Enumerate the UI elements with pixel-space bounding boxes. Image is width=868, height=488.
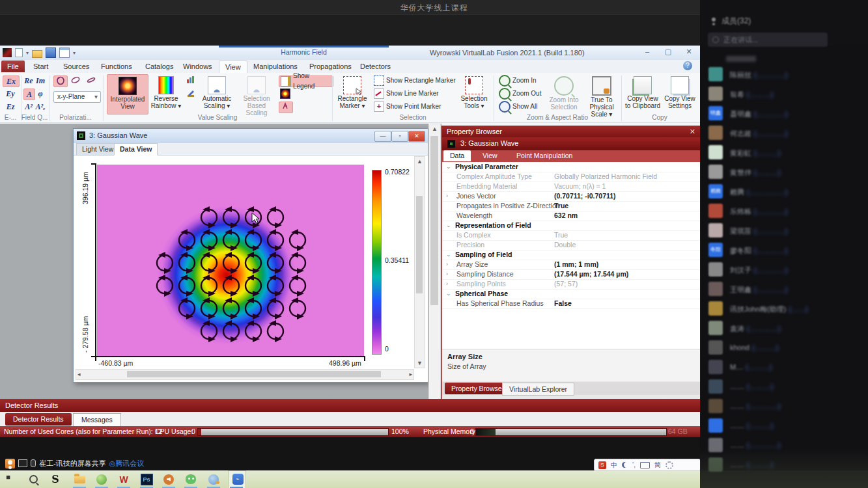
- meeting-link[interactable]: ◎腾讯会议: [109, 459, 145, 468]
- rectangle-marker-button[interactable]: Rectangle Marker ▾: [335, 74, 370, 113]
- show-all-button[interactable]: Show All: [497, 102, 546, 112]
- new-document-icon[interactable]: [15, 48, 23, 57]
- tab-virtuallab-explorer[interactable]: VirtualLab Explorer: [502, 383, 574, 396]
- polarization-ellipse2-icon[interactable]: [69, 75, 82, 86]
- doc-vertical-scrollbar[interactable]: ▲ ▼: [414, 156, 425, 368]
- show-legend-button[interactable]: Show Legend: [279, 75, 333, 87]
- amplitude-button[interactable]: A: [23, 88, 35, 100]
- property-row[interactable]: Is ComplexTrue: [442, 230, 701, 241]
- tab-windows[interactable]: Windows: [177, 61, 218, 72]
- detector-results-header[interactable]: Detector Results: [0, 399, 700, 412]
- tab-functions[interactable]: Functions: [95, 61, 138, 72]
- ex-button[interactable]: Ex: [3, 75, 20, 87]
- zoom-out-button[interactable]: Zoom Out: [497, 88, 546, 99]
- participant-row[interactable]: 明鑫 聂明鑫(…………): [700, 104, 868, 124]
- copy-view-settings-button[interactable]: Copy View Settings: [663, 74, 697, 113]
- doc-close-button[interactable]: ✕: [408, 131, 425, 142]
- taskbar-wechat[interactable]: [184, 472, 198, 486]
- tab-light-view[interactable]: Light View: [76, 143, 119, 156]
- property-row[interactable]: Complex Amplitude TypeGlobally Polarized…: [442, 172, 701, 182]
- taskbar-file-explorer[interactable]: [72, 472, 87, 486]
- qat-more-icon[interactable]: ▾: [73, 50, 76, 56]
- scaling-pen-icon[interactable]: [185, 90, 197, 100]
- true-to-physical-scale-button[interactable]: True To Physical Scale ▾: [583, 74, 620, 113]
- participant-row[interactable]: 梁琪苗(…………): [700, 221, 868, 241]
- maximize-button[interactable]: ▢: [661, 47, 675, 56]
- ey-button[interactable]: Ey: [3, 88, 18, 99]
- polarization-ellipse3-icon[interactable]: [85, 75, 98, 86]
- participant-row[interactable]: ……(………): [700, 377, 868, 397]
- zoom-in-button[interactable]: Zoom In: [497, 75, 546, 86]
- participant-row[interactable]: ……(…………): [700, 397, 868, 416]
- participant-row[interactable]: 冬阳 廖冬阳(…………): [700, 241, 868, 260]
- tab-property-browser[interactable]: Property Browser: [445, 383, 511, 394]
- ez-button[interactable]: Ez: [3, 102, 18, 112]
- tab-detectors[interactable]: Detectors: [354, 61, 397, 72]
- automatic-scaling-button[interactable]: Automatic Scaling ▾: [199, 74, 234, 113]
- tab-detector-results[interactable]: Detector Results: [5, 413, 72, 426]
- window-grid-icon[interactable]: [59, 47, 70, 58]
- a-squared-button[interactable]: A²: [23, 102, 34, 112]
- participant-row[interactable]: 何志超(…………): [700, 124, 868, 143]
- marker-style-icon[interactable]: [279, 102, 293, 113]
- participant-row[interactable]: 王明鑫(…………): [700, 280, 868, 299]
- taskbar-qq[interactable]: [206, 472, 221, 486]
- tab-point-manipulation[interactable]: Point Manipulation: [510, 150, 579, 161]
- property-row[interactable]: Embedding MaterialVacuum; n(λ) = 1: [442, 182, 701, 192]
- ime-cn-mode[interactable]: 中: [611, 461, 617, 470]
- im-button[interactable]: Im: [35, 75, 46, 86]
- doc-minimize-button[interactable]: —: [374, 131, 391, 142]
- participant-row[interactable]: khond(………): [700, 338, 868, 358]
- taskbar-browser[interactable]: [94, 472, 109, 486]
- participant-row[interactable]: 陈丽丝(…………): [700, 65, 868, 85]
- property-row[interactable]: ›Jones Vector(0.70711; -i0.70711): [442, 191, 701, 202]
- property-row[interactable]: Wavelength632 nm: [442, 211, 701, 221]
- open-icon[interactable]: [32, 50, 42, 58]
- property-row[interactable]: Has Spherical Phase RadiusFalse: [442, 299, 701, 309]
- interpolated-view-button[interactable]: Interpolated View: [107, 74, 148, 115]
- doc-horizontal-scrollbar[interactable]: ◂ ▸: [76, 369, 414, 380]
- property-row[interactable]: Propagates in Positive Z-DirectionTrue: [442, 201, 701, 211]
- selection-tools-button[interactable]: Selection Tools ▾: [457, 74, 491, 113]
- polarization-ellipse-icon[interactable]: [53, 75, 68, 87]
- ime-gear-icon[interactable]: [665, 461, 673, 469]
- taskbar-wps[interactable]: W: [117, 472, 131, 486]
- plane-selector[interactable]: x-y-Plane ▾: [53, 91, 101, 103]
- panel-close-icon[interactable]: ✕: [690, 126, 695, 137]
- minimize-button[interactable]: –: [640, 47, 654, 56]
- phase-button[interactable]: φ: [35, 88, 46, 99]
- tab-data-view[interactable]: Data View: [114, 143, 158, 156]
- close-button[interactable]: ✕: [682, 47, 696, 56]
- taskbar-search[interactable]: [26, 472, 40, 486]
- ime-toolbar[interactable]: S 中 ’, 简: [594, 459, 701, 471]
- ime-moon-icon[interactable]: [622, 462, 628, 468]
- tab-sources[interactable]: Sources: [57, 61, 95, 72]
- tab-data[interactable]: Data: [443, 150, 471, 161]
- show-point-marker-button[interactable]: + Show Point Marker: [372, 102, 458, 112]
- tab-catalogs[interactable]: Catalogs: [139, 61, 179, 72]
- a-squared-e-button[interactable]: A²ₑ: [35, 102, 46, 112]
- new-dropdown-icon[interactable]: ▾: [26, 50, 29, 56]
- ime-simplified[interactable]: 简: [654, 461, 661, 470]
- re-button[interactable]: Re: [23, 75, 34, 86]
- participant-row[interactable]: 讯技John梅(助理)(……): [700, 299, 868, 319]
- ime-punct-icon[interactable]: ’,: [632, 461, 636, 468]
- participant-row[interactable]: M…(………): [700, 358, 868, 377]
- participant-row[interactable]: 乐炜栋(…………): [700, 202, 868, 221]
- tab-view[interactable]: View: [476, 150, 504, 161]
- show-line-marker-button[interactable]: Show Line Marker: [372, 88, 458, 99]
- taskbar-s-app[interactable]: S: [48, 472, 63, 486]
- save-icon[interactable]: [46, 47, 56, 58]
- tab-messages[interactable]: Messages: [73, 413, 121, 427]
- participant-row[interactable]: 翁希(………): [700, 85, 868, 104]
- doc-restore-button[interactable]: ▫: [391, 131, 408, 142]
- taskbar-photoshop[interactable]: Ps: [139, 472, 154, 486]
- property-row[interactable]: ›Array Size(1 mm; 1 mm): [442, 260, 701, 270]
- tab-view[interactable]: View: [219, 61, 247, 73]
- mdi-vertical-scrollbar[interactable]: ▲ ▼: [428, 124, 441, 431]
- taskbar-audio[interactable]: [161, 472, 176, 486]
- participant-row[interactable]: 黄彩虹(………): [700, 143, 868, 163]
- taskbar-tencent-meeting-active[interactable]: ⌁: [228, 470, 246, 488]
- participant-row[interactable]: 赖腾 赖腾(……………): [700, 182, 868, 202]
- participant-row[interactable]: 刘汉子(…………): [700, 260, 868, 280]
